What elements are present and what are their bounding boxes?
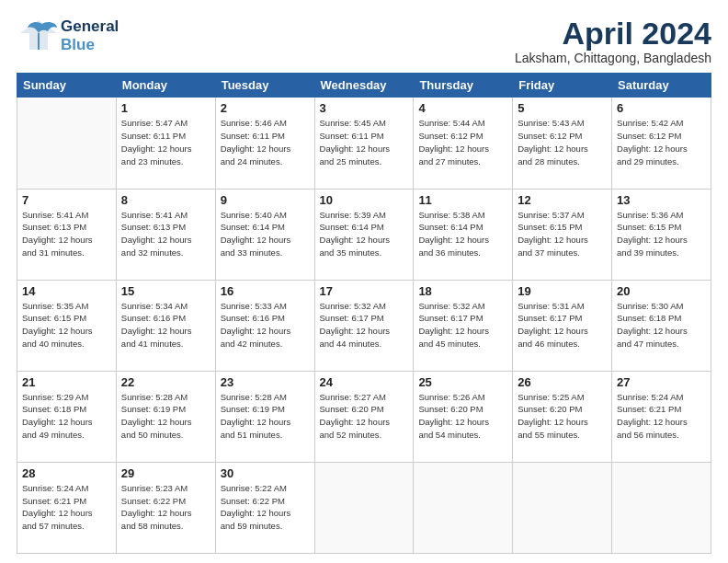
day-info: Sunrise: 5:33 AMSunset: 6:16 PMDaylight:…	[221, 300, 310, 350]
table-row: 5Sunrise: 5:43 AMSunset: 6:12 PMDaylight…	[513, 98, 612, 189]
logo: General Blue	[17, 17, 119, 55]
table-row: 24Sunrise: 5:27 AMSunset: 6:20 PMDayligh…	[314, 371, 414, 462]
table-row: 17Sunrise: 5:32 AMSunset: 6:17 PMDayligh…	[314, 280, 414, 371]
month-title: April 2024	[515, 17, 711, 51]
table-row: 14Sunrise: 5:35 AMSunset: 6:15 PMDayligh…	[17, 280, 117, 371]
title-area: April 2024 Laksham, Chittagong, Banglade…	[515, 17, 711, 65]
day-info: Sunrise: 5:23 AMSunset: 6:22 PMDaylight:…	[121, 482, 210, 533]
day-info: Sunrise: 5:40 AMSunset: 6:14 PMDaylight:…	[221, 209, 310, 259]
day-info: Sunrise: 5:30 AMSunset: 6:18 PMDaylight:…	[617, 300, 706, 350]
table-row	[314, 462, 414, 553]
day-number: 24	[320, 375, 409, 389]
day-info: Sunrise: 5:22 AMSunset: 6:22 PMDaylight:…	[221, 482, 310, 533]
table-row: 21Sunrise: 5:29 AMSunset: 6:18 PMDayligh…	[17, 371, 117, 462]
day-info: Sunrise: 5:32 AMSunset: 6:17 PMDaylight:…	[418, 300, 507, 350]
day-info: Sunrise: 5:31 AMSunset: 6:17 PMDaylight:…	[518, 300, 607, 350]
table-row	[17, 98, 117, 189]
day-info: Sunrise: 5:25 AMSunset: 6:20 PMDaylight:…	[518, 391, 607, 442]
day-number: 29	[121, 466, 210, 480]
header-friday: Friday	[513, 74, 612, 98]
day-info: Sunrise: 5:42 AMSunset: 6:12 PMDaylight:…	[617, 117, 706, 167]
week-row-5: 28Sunrise: 5:24 AMSunset: 6:21 PMDayligh…	[17, 462, 711, 553]
day-info: Sunrise: 5:43 AMSunset: 6:12 PMDaylight:…	[518, 117, 607, 167]
day-number: 21	[22, 375, 111, 389]
day-info: Sunrise: 5:44 AMSunset: 6:12 PMDaylight:…	[418, 117, 507, 167]
day-number: 15	[121, 284, 210, 298]
day-info: Sunrise: 5:24 AMSunset: 6:21 PMDaylight:…	[617, 391, 706, 442]
day-number: 16	[221, 284, 310, 298]
day-number: 2	[221, 101, 310, 115]
table-row: 2Sunrise: 5:46 AMSunset: 6:11 PMDaylight…	[215, 98, 314, 189]
day-number: 10	[320, 193, 409, 207]
table-row: 13Sunrise: 5:36 AMSunset: 6:15 PMDayligh…	[612, 189, 711, 280]
table-row: 27Sunrise: 5:24 AMSunset: 6:21 PMDayligh…	[612, 371, 711, 462]
day-number: 19	[518, 284, 607, 298]
day-number: 7	[22, 193, 111, 207]
day-number: 20	[617, 284, 706, 298]
day-info: Sunrise: 5:29 AMSunset: 6:18 PMDaylight:…	[22, 391, 111, 442]
week-row-1: 1Sunrise: 5:47 AMSunset: 6:11 PMDaylight…	[17, 98, 711, 189]
table-row: 8Sunrise: 5:41 AMSunset: 6:13 PMDaylight…	[116, 189, 215, 280]
day-info: Sunrise: 5:36 AMSunset: 6:15 PMDaylight:…	[617, 209, 706, 259]
day-number: 4	[418, 101, 507, 115]
header-saturday: Saturday	[612, 74, 711, 98]
day-number: 22	[121, 375, 210, 389]
day-info: Sunrise: 5:28 AMSunset: 6:19 PMDaylight:…	[221, 391, 310, 442]
day-number: 1	[121, 101, 210, 115]
day-info: Sunrise: 5:47 AMSunset: 6:11 PMDaylight:…	[121, 117, 210, 167]
week-row-3: 14Sunrise: 5:35 AMSunset: 6:15 PMDayligh…	[17, 280, 711, 371]
day-number: 9	[221, 193, 310, 207]
table-row: 11Sunrise: 5:38 AMSunset: 6:14 PMDayligh…	[414, 189, 513, 280]
table-row: 30Sunrise: 5:22 AMSunset: 6:22 PMDayligh…	[215, 462, 314, 553]
day-number: 27	[617, 375, 706, 389]
day-info: Sunrise: 5:24 AMSunset: 6:21 PMDaylight:…	[22, 482, 111, 533]
table-row: 28Sunrise: 5:24 AMSunset: 6:21 PMDayligh…	[17, 462, 117, 553]
table-row: 7Sunrise: 5:41 AMSunset: 6:13 PMDaylight…	[17, 189, 117, 280]
table-row: 15Sunrise: 5:34 AMSunset: 6:16 PMDayligh…	[116, 280, 215, 371]
header-wednesday: Wednesday	[314, 74, 414, 98]
day-info: Sunrise: 5:45 AMSunset: 6:11 PMDaylight:…	[320, 117, 409, 167]
table-row: 16Sunrise: 5:33 AMSunset: 6:16 PMDayligh…	[215, 280, 314, 371]
day-number: 8	[121, 193, 210, 207]
day-info: Sunrise: 5:32 AMSunset: 6:17 PMDaylight:…	[320, 300, 409, 350]
day-number: 14	[22, 284, 111, 298]
day-info: Sunrise: 5:41 AMSunset: 6:13 PMDaylight:…	[22, 209, 111, 259]
day-number: 26	[518, 375, 607, 389]
table-row: 1Sunrise: 5:47 AMSunset: 6:11 PMDaylight…	[116, 98, 215, 189]
table-row: 25Sunrise: 5:26 AMSunset: 6:20 PMDayligh…	[414, 371, 513, 462]
header-tuesday: Tuesday	[215, 74, 314, 98]
table-row: 4Sunrise: 5:44 AMSunset: 6:12 PMDaylight…	[414, 98, 513, 189]
table-row: 18Sunrise: 5:32 AMSunset: 6:17 PMDayligh…	[414, 280, 513, 371]
logo-general: General	[61, 17, 119, 36]
weekday-header-row: Sunday Monday Tuesday Wednesday Thursday…	[17, 74, 711, 98]
day-number: 12	[518, 193, 607, 207]
week-row-2: 7Sunrise: 5:41 AMSunset: 6:13 PMDaylight…	[17, 189, 711, 280]
calendar-table: Sunday Monday Tuesday Wednesday Thursday…	[17, 73, 711, 554]
day-info: Sunrise: 5:27 AMSunset: 6:20 PMDaylight:…	[320, 391, 409, 442]
table-row: 19Sunrise: 5:31 AMSunset: 6:17 PMDayligh…	[513, 280, 612, 371]
table-row: 6Sunrise: 5:42 AMSunset: 6:12 PMDaylight…	[612, 98, 711, 189]
day-number: 28	[22, 466, 111, 480]
day-info: Sunrise: 5:39 AMSunset: 6:14 PMDaylight:…	[320, 209, 409, 259]
day-number: 6	[617, 101, 706, 115]
day-number: 25	[418, 375, 507, 389]
day-info: Sunrise: 5:35 AMSunset: 6:15 PMDaylight:…	[22, 300, 111, 350]
header-sunday: Sunday	[17, 74, 117, 98]
header: General Blue April 2024 Laksham, Chittag…	[17, 17, 711, 65]
table-row	[513, 462, 612, 553]
day-number: 18	[418, 284, 507, 298]
table-row	[612, 462, 711, 553]
day-number: 23	[221, 375, 310, 389]
header-monday: Monday	[116, 74, 215, 98]
page: General Blue April 2024 Laksham, Chittag…	[0, 0, 728, 563]
table-row: 26Sunrise: 5:25 AMSunset: 6:20 PMDayligh…	[513, 371, 612, 462]
day-number: 11	[418, 193, 507, 207]
day-info: Sunrise: 5:26 AMSunset: 6:20 PMDaylight:…	[418, 391, 507, 442]
table-row: 12Sunrise: 5:37 AMSunset: 6:15 PMDayligh…	[513, 189, 612, 280]
day-info: Sunrise: 5:46 AMSunset: 6:11 PMDaylight:…	[221, 117, 310, 167]
header-thursday: Thursday	[414, 74, 513, 98]
day-info: Sunrise: 5:41 AMSunset: 6:13 PMDaylight:…	[121, 209, 210, 259]
table-row	[414, 462, 513, 553]
day-number: 30	[221, 466, 310, 480]
table-row: 3Sunrise: 5:45 AMSunset: 6:11 PMDaylight…	[314, 98, 414, 189]
